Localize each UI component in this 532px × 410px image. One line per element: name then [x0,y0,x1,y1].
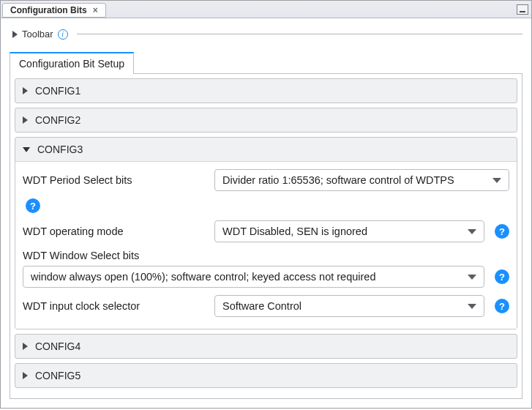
field-wdt-window: window always open (100%); software cont… [23,266,509,288]
field-label: WDT Window Select bits [23,250,509,261]
field-label: WDT operating mode [23,225,204,237]
chevron-down-icon [468,304,476,309]
info-icon[interactable]: i [58,29,68,40]
section-config4: CONFIG4 [15,334,517,359]
config-bits-window: Configuration Bits × Toolbar i Configura… [0,0,532,409]
chevron-right-icon [23,116,28,124]
chevron-right-icon [12,31,18,38]
section-title: CONFIG1 [35,85,80,97]
field-label: WDT Period Select bits [23,174,204,186]
chevron-down-icon [23,147,30,152]
section-title: CONFIG4 [35,340,80,352]
tab-label: Configuration Bit Setup [19,58,124,70]
help-button-wdt-window[interactable]: ? [495,269,509,284]
section-title: CONFIG3 [37,144,83,155]
chevron-right-icon [23,372,28,379]
section-title: CONFIG5 [35,370,80,381]
field-wdt-period: WDT Period Select bits Divider ratio 1:6… [23,169,509,191]
section-config1-header[interactable]: CONFIG1 [15,79,517,102]
tabstrip: Configuration Bit Setup [10,51,522,74]
section-config3: CONFIG3 WDT Period Select bits Divider r… [15,137,517,329]
select-value: WDT Disabled, SEN is ignored [222,225,367,237]
toolbar-label: Toolbar [22,29,53,40]
wdt-clock-select[interactable]: Software Control [214,295,484,317]
help-button-wdt-mode[interactable]: ? [495,224,509,239]
select-value: Divider ratio 1:65536; software control … [222,174,454,186]
section-config1: CONFIG1 [15,78,517,103]
section-config5: CONFIG5 [15,363,517,388]
field-wdt-clock: WDT input clock selector Software Contro… [23,295,509,317]
tab-configuration-bit-setup[interactable]: Configuration Bit Setup [10,52,134,74]
section-config2: CONFIG2 [15,108,517,133]
divider [77,34,522,34]
editor-tab-title: Configuration Bits [10,5,87,15]
minimize-icon [520,11,525,12]
wdt-period-select[interactable]: Divider ratio 1:65536; software control … [214,169,509,191]
config-panel: CONFIG1 CONFIG2 CONFIG3 WDT Period Selec… [10,74,522,399]
chevron-down-icon [468,229,476,234]
section-config3-header[interactable]: CONFIG3 [15,138,517,161]
content-area: Toolbar i Configuration Bit Setup CONFIG… [1,18,531,408]
wdt-mode-select[interactable]: WDT Disabled, SEN is ignored [214,220,484,242]
help-button-wdt-clock[interactable]: ? [495,299,509,313]
help-button-wdt-period[interactable]: ? [26,198,40,213]
toolbar-expander[interactable]: Toolbar i [12,29,522,40]
chevron-down-icon [468,275,476,280]
wdt-window-select[interactable]: window always open (100%); software cont… [23,266,484,288]
section-title: CONFIG2 [35,114,80,126]
chevron-right-icon [23,343,28,350]
select-value: Software Control [222,300,301,312]
chevron-right-icon [23,87,28,94]
select-value: window always open (100%); software cont… [31,271,376,283]
section-config3-body: WDT Period Select bits Divider ratio 1:6… [15,161,517,329]
field-wdt-mode: WDT operating mode WDT Disabled, SEN is … [23,220,509,242]
editor-tab-configuration-bits[interactable]: Configuration Bits × [2,3,106,18]
titlebar: Configuration Bits × [1,1,531,18]
close-icon[interactable]: × [91,5,100,15]
field-label: WDT input clock selector [23,300,204,312]
section-config4-header[interactable]: CONFIG4 [15,335,517,358]
chevron-down-icon [492,178,501,183]
minimize-button[interactable] [517,4,528,15]
section-config5-header[interactable]: CONFIG5 [15,364,517,387]
section-config2-header[interactable]: CONFIG2 [15,108,517,132]
